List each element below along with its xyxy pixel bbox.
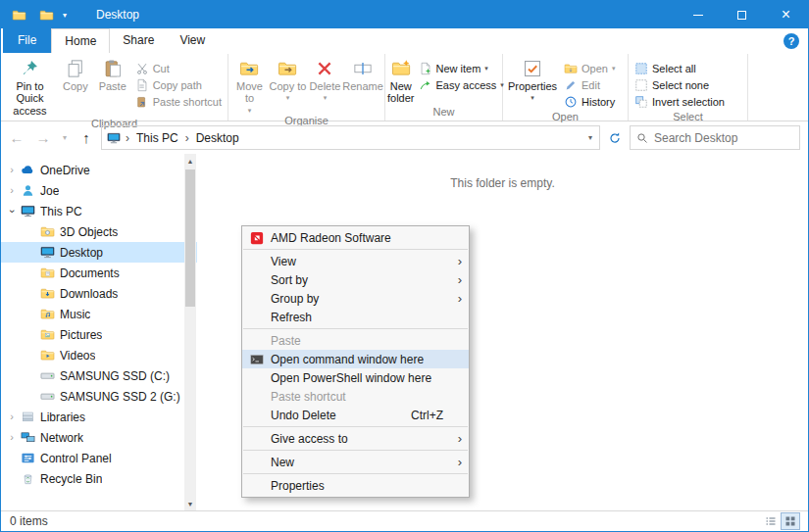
- sidebar-item-3d-objects[interactable]: › 3D Objects: [1, 221, 197, 242]
- sidebar-item-this-pc[interactable]: › This PC: [1, 201, 197, 221]
- desktop-monitor-icon: [39, 245, 56, 261]
- tab-share[interactable]: Share: [110, 28, 167, 53]
- properties-label: Properties: [508, 80, 557, 92]
- sidebar-item-pictures[interactable]: › Pictures: [1, 324, 197, 345]
- sidebar-item-drive-g[interactable]: › SAMSUNG SSD 2 (G:): [1, 386, 197, 407]
- tab-view[interactable]: View: [167, 28, 218, 53]
- menu-item-give-access-to[interactable]: Give access to ›: [242, 429, 469, 448]
- ribbon-group-open: Properties▾ Open▾ Edit History: [503, 54, 629, 121]
- invert-selection-label: Invert selection: [652, 96, 725, 108]
- sidebar-item-label: This PC: [40, 205, 82, 218]
- history-button[interactable]: History: [560, 93, 619, 110]
- quick-access-toolbar-dropdown-icon[interactable]: ▾: [59, 11, 71, 20]
- menu-item-refresh[interactable]: Refresh: [242, 308, 469, 326]
- sidebar-item-label: Pictures: [60, 328, 102, 342]
- breadcrumb-this-pc[interactable]: This PC: [134, 131, 180, 145]
- scrollbar-thumb[interactable]: [185, 169, 195, 307]
- close-button[interactable]: ×: [764, 1, 808, 28]
- sidebar-item-onedrive[interactable]: › OneDrive: [1, 160, 197, 180]
- menu-item-view[interactable]: View ›: [242, 252, 469, 270]
- expand-chevron-icon[interactable]: ›: [6, 165, 18, 175]
- maximize-button[interactable]: [720, 1, 764, 28]
- onedrive-cloud-icon: [20, 163, 36, 178]
- new-item-label: New item: [436, 63, 481, 74]
- context-menu: AMD Radeon Software View › Sort by › Gro…: [241, 225, 470, 498]
- delete-button: Delete▾: [307, 56, 343, 102]
- search-box[interactable]: [630, 125, 800, 150]
- breadcrumb-chevron-icon: ›: [183, 131, 191, 145]
- sidebar-item-music[interactable]: › Music: [1, 304, 197, 324]
- sidebar-item-downloads[interactable]: › Downloads: [1, 283, 197, 304]
- menu-item-undo-delete[interactable]: Undo Delete Ctrl+Z: [242, 406, 469, 424]
- videos-folder-icon: [39, 348, 56, 363]
- forward-button[interactable]: →: [31, 126, 55, 150]
- scroll-up-icon[interactable]: ▲: [184, 154, 196, 168]
- open-dropdown-icon: ▾: [612, 65, 616, 73]
- easy-access-button[interactable]: Easy access▾: [415, 76, 508, 93]
- sidebar-item-network[interactable]: › Network: [1, 427, 197, 448]
- address-dropdown-icon[interactable]: ▾: [588, 133, 594, 142]
- sidebar-item-joe[interactable]: › Joe: [1, 180, 197, 201]
- sidebar-item-documents[interactable]: › Documents: [1, 263, 197, 283]
- search-input[interactable]: [654, 131, 793, 145]
- expand-chevron-icon[interactable]: ›: [6, 411, 18, 422]
- up-button[interactable]: ↑: [75, 126, 98, 150]
- open-button: Open▾: [560, 60, 619, 76]
- tab-home[interactable]: Home: [51, 28, 110, 53]
- properties-button[interactable]: Properties▾: [505, 56, 560, 102]
- refresh-button[interactable]: [603, 126, 627, 150]
- chevron-down-icon: ▾: [63, 133, 67, 142]
- copy-button: Copy: [57, 56, 94, 92]
- menu-item-open-command-window-here[interactable]: Open command window here: [242, 350, 469, 368]
- menu-item-sort-by[interactable]: Sort by ›: [242, 270, 469, 289]
- quick-access-toolbar-folder-icon[interactable]: [36, 6, 56, 24]
- menu-separator: [243, 249, 468, 250]
- select-all-button[interactable]: Select all: [631, 60, 729, 76]
- minimize-icon: [693, 15, 703, 16]
- menu-item-amd-radeon-software[interactable]: AMD Radeon Software: [242, 228, 469, 247]
- folder-icon: [39, 224, 56, 240]
- recent-locations-dropdown[interactable]: ▾: [58, 126, 72, 150]
- new-folder-button[interactable]: New folder: [387, 56, 415, 105]
- large-icons-view-button[interactable]: [782, 513, 799, 529]
- pin-to-quick-access-button[interactable]: Pin to Quick access: [3, 56, 57, 117]
- rename-button: Rename: [343, 56, 382, 92]
- breadcrumb-desktop[interactable]: Desktop: [194, 131, 241, 145]
- menu-item-open-powershell-window-here[interactable]: Open PowerShell window here: [242, 368, 469, 387]
- copy-label: Copy: [63, 80, 88, 92]
- back-button[interactable]: ←: [5, 126, 28, 150]
- select-none-button[interactable]: Select none: [631, 76, 729, 93]
- breadcrumb[interactable]: › This PC › Desktop ▾: [101, 125, 600, 150]
- select-group-label: Select: [629, 110, 747, 125]
- new-item-button[interactable]: New item▾: [415, 60, 508, 76]
- minimize-button[interactable]: [676, 1, 720, 28]
- menu-item-properties[interactable]: Properties: [242, 476, 469, 495]
- sidebar-item-drive-c[interactable]: › SAMSUNG SSD (C:): [1, 365, 197, 386]
- ribbon: Pin to Quick access Copy Paste Cut: [1, 53, 808, 121]
- sidebar-scrollbar[interactable]: ▲ ▼: [184, 154, 196, 510]
- edit-button: Edit: [560, 76, 619, 93]
- menu-item-new[interactable]: New ›: [242, 453, 469, 471]
- sidebar-item-recycle-bin[interactable]: › Recycle Bin: [1, 468, 197, 489]
- invert-selection-button[interactable]: Invert selection: [631, 93, 729, 110]
- menu-item-paste-shortcut: Paste shortcut: [242, 387, 469, 406]
- delete-label: Delete: [310, 80, 341, 92]
- sidebar-item-libraries[interactable]: › Libraries: [1, 407, 197, 427]
- scroll-down-icon[interactable]: ▼: [184, 497, 196, 510]
- expand-chevron-icon[interactable]: ›: [6, 432, 18, 443]
- large-icons-view-icon: [784, 515, 796, 527]
- help-button[interactable]: ?: [784, 33, 799, 49]
- menu-item-group-by[interactable]: Group by ›: [242, 289, 469, 308]
- new-group-label: New: [385, 105, 502, 121]
- command-prompt-icon: [242, 353, 271, 366]
- details-view-button[interactable]: [762, 513, 780, 529]
- sidebar-item-control-panel[interactable]: › Control Panel: [1, 448, 197, 468]
- copy-path-button: Copy path: [131, 76, 226, 93]
- sidebar-item-videos[interactable]: › Videos: [1, 345, 197, 365]
- pin-to-quick-access-label: Pin to Quick access: [3, 80, 57, 117]
- file-explorer-app-icon: [9, 6, 28, 24]
- sidebar-item-desktop[interactable]: › Desktop: [1, 242, 197, 263]
- collapse-chevron-icon[interactable]: ›: [7, 206, 18, 218]
- tab-file[interactable]: File: [3, 28, 51, 53]
- expand-chevron-icon[interactable]: ›: [6, 185, 18, 196]
